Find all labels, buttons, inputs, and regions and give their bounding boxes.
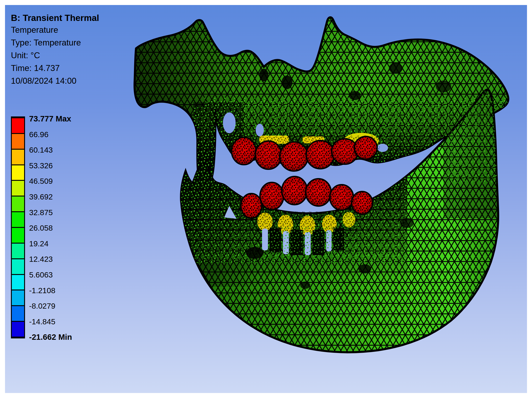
legend-label: 53.326 xyxy=(29,161,53,170)
legend-label: -1.2108 xyxy=(29,286,55,295)
legend-band xyxy=(12,291,24,306)
legend-label-max: 73.777 Max xyxy=(29,114,71,123)
legend-band xyxy=(12,322,24,337)
legend-band xyxy=(12,259,24,275)
legend-band xyxy=(12,165,24,181)
legend-band xyxy=(12,228,24,244)
legend-label: 66.96 xyxy=(29,130,48,139)
legend-label: 12.423 xyxy=(29,255,53,264)
legend-band xyxy=(12,118,24,134)
legend-label-min: -21.662 Min xyxy=(29,333,72,341)
legend-label: 32.875 xyxy=(29,208,53,217)
legend-label: -8.0279 xyxy=(29,302,55,310)
legend-label: 5.6063 xyxy=(29,270,53,279)
legend-label: 19.24 xyxy=(29,239,48,248)
legend-band xyxy=(12,212,24,228)
legend-labels: 73.777 Max66.9660.14353.32646.50939.6923… xyxy=(29,5,104,346)
legend-label: 26.058 xyxy=(29,224,53,233)
mesh-gap xyxy=(223,112,236,133)
legend-label: -14.845 xyxy=(29,317,55,326)
app-screenshot: { "header": { "title": "B: Transient The… xyxy=(0,0,532,398)
legend-band xyxy=(12,244,24,259)
legend-band xyxy=(12,181,24,196)
mesh-gap xyxy=(256,124,264,136)
legend-label: 46.509 xyxy=(29,177,53,186)
legend-band xyxy=(12,306,24,322)
legend-band xyxy=(12,134,24,150)
legend-band xyxy=(12,275,24,291)
legend-bar xyxy=(11,116,25,338)
legend-band xyxy=(12,196,24,212)
render-canvas[interactable]: B: Transient Thermal Temperature Type: T… xyxy=(5,5,527,393)
legend-label: 60.143 xyxy=(29,145,53,154)
legend-label: 39.692 xyxy=(29,192,53,201)
legend-band xyxy=(12,150,24,165)
